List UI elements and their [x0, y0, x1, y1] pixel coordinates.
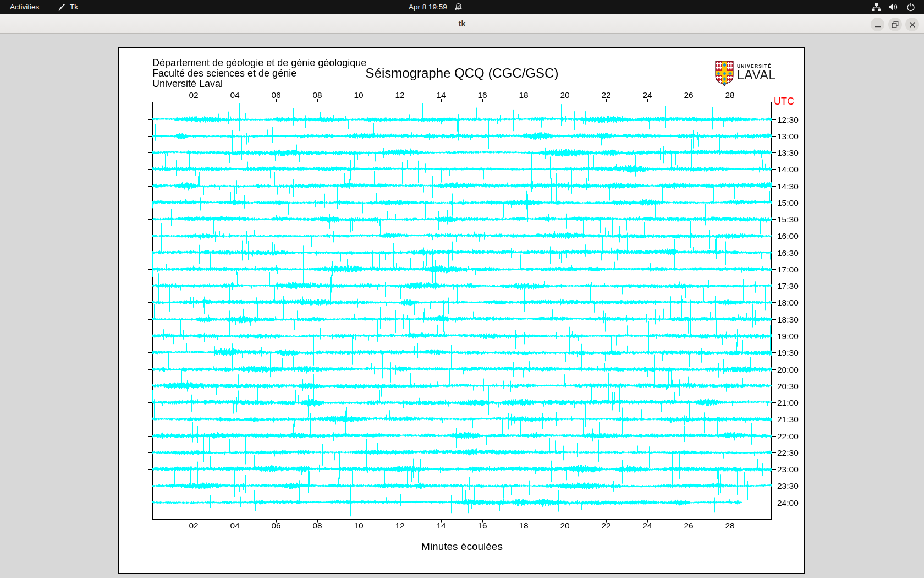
x-tick-label-bottom: 04: [230, 521, 239, 531]
window-title: tk: [0, 14, 924, 33]
x-tick-label-bottom: 14: [436, 521, 446, 531]
institution-line-2: Faculté des sciences et de génie: [152, 68, 366, 79]
trace-time-label: 19:00: [777, 331, 799, 341]
institution-line-1: Département de géologie et de génie géol…: [152, 58, 366, 68]
seismogram-plot: [119, 48, 804, 573]
trace-time-label: 20:00: [777, 365, 799, 375]
trace-time-label: 15:00: [777, 198, 799, 208]
trace-time-label: 16:00: [777, 231, 799, 241]
notifications-off-icon: [454, 3, 463, 11]
plot-title: Séismographe QCQ (CGC/GSC): [366, 66, 559, 80]
x-tick-label-top: 20: [560, 90, 569, 100]
trace-time-label: 18:00: [777, 298, 799, 308]
x-tick-label-top: 24: [642, 90, 652, 100]
x-tick-label-bottom: 12: [395, 521, 404, 531]
clock-menu[interactable]: Apr 8 19:59: [409, 0, 463, 14]
trace-time-label: 13:30: [777, 148, 799, 158]
x-tick-label-bottom: 28: [725, 521, 734, 531]
trace-time-label: 22:30: [777, 448, 799, 458]
x-tick-label-top: 02: [189, 90, 198, 100]
x-tick-label-bottom: 16: [477, 521, 487, 531]
activities-label: Activities: [10, 3, 39, 11]
x-tick-label-top: 10: [354, 90, 363, 100]
laval-logo: UNIVERSITÉ LAVAL: [715, 61, 776, 86]
trace-time-label: 12:30: [777, 115, 799, 125]
tk-feather-icon: [58, 3, 66, 12]
x-tick-label-top: 04: [230, 90, 239, 100]
clock-label: Apr 8 19:59: [409, 3, 447, 11]
trace-time-label: 21:30: [777, 415, 799, 424]
x-tick-label-top: 28: [725, 90, 734, 100]
trace-time-label: 13:00: [777, 132, 799, 141]
trace-time-label: 14:00: [777, 165, 799, 175]
trace-time-label: 21:00: [777, 398, 799, 408]
x-tick-label-bottom: 22: [601, 521, 610, 531]
x-tick-label-bottom: 02: [189, 521, 198, 531]
seismograph-canvas: Département de géologie et de génie géol…: [118, 47, 805, 574]
focused-app-menu[interactable]: Tk: [58, 0, 78, 14]
x-tick-label-top: 26: [684, 90, 693, 100]
x-tick-label-top: 12: [395, 90, 404, 100]
x-tick-label-top: 08: [312, 90, 322, 100]
system-status-menu[interactable]: [872, 0, 915, 14]
minimize-button[interactable]: [871, 18, 884, 31]
utc-label: UTC: [774, 96, 794, 107]
gnome-top-bar: Activities Tk Apr 8 19:59: [0, 0, 924, 14]
laval-shield-icon: [715, 61, 734, 86]
volume-icon: [889, 3, 899, 11]
power-icon: [906, 3, 915, 12]
close-icon: [909, 21, 916, 28]
x-tick-label-bottom: 20: [560, 521, 569, 531]
trace-time-label: 17:00: [777, 265, 799, 275]
network-wired-icon: [872, 3, 881, 11]
restore-icon: [892, 21, 899, 28]
trace-time-label: 14:30: [777, 182, 799, 192]
institution-line-3: Université Laval: [152, 79, 366, 89]
window-titlebar[interactable]: tk: [0, 14, 924, 34]
laval-logo-text: UNIVERSITÉ LAVAL: [737, 61, 776, 86]
x-tick-label-bottom: 24: [642, 521, 652, 531]
minimize-icon: [875, 21, 881, 28]
focused-app-label: Tk: [70, 3, 78, 11]
trace-time-label: 20:30: [777, 381, 799, 391]
trace-time-label: 16:30: [777, 248, 799, 258]
close-button[interactable]: [905, 18, 919, 31]
x-tick-label-top: 14: [436, 90, 446, 100]
trace-time-label: 22:00: [777, 432, 799, 441]
trace-time-label: 18:30: [777, 315, 799, 325]
trace-time-label: 19:30: [777, 348, 799, 358]
x-tick-label-top: 16: [477, 90, 487, 100]
trace-time-label: 23:00: [777, 465, 799, 475]
institution-header: Département de géologie et de génie géol…: [152, 58, 366, 89]
trace-time-label: 15:30: [777, 215, 799, 225]
x-tick-label-top: 22: [601, 90, 610, 100]
x-tick-label-top: 18: [519, 90, 528, 100]
trace-time-label: 17:30: [777, 281, 799, 291]
laval-logo-laval: LAVAL: [737, 69, 776, 80]
x-tick-label-bottom: 10: [354, 521, 363, 531]
tk-window-background: Département de géologie et de génie géol…: [0, 34, 924, 578]
trace-time-label: 23:30: [777, 481, 799, 491]
x-axis-label: Minutes écoulées: [421, 541, 503, 553]
x-tick-label-bottom: 18: [519, 521, 528, 531]
x-tick-label-top: 06: [271, 90, 280, 100]
x-tick-label-bottom: 08: [312, 521, 322, 531]
restore-button[interactable]: [888, 18, 902, 31]
x-tick-label-bottom: 26: [684, 521, 693, 531]
x-tick-label-bottom: 06: [271, 521, 280, 531]
trace-time-label: 24:00: [777, 498, 799, 508]
activities-button[interactable]: Activities: [10, 0, 39, 14]
